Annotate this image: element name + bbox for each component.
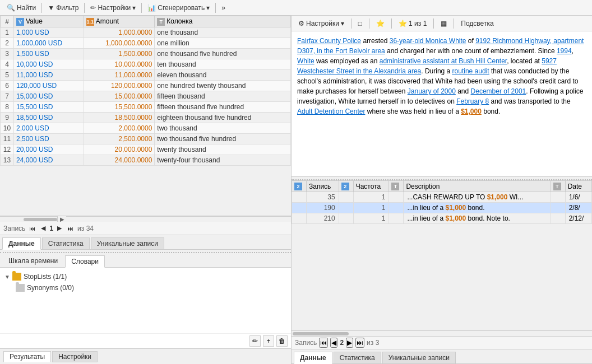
res-col-header-t1[interactable]: T [389, 181, 404, 192]
value-col-icon: V [16, 18, 24, 26]
table-row[interactable]: 2 1,000,000 USD 1,000,000.0000 one milli… [1, 38, 291, 49]
age-link[interactable]: 36-year-old Monica White [390, 37, 466, 45]
cell-kolonka: one hundred twenty thousand [155, 81, 291, 91]
cell-amount: 1,000.0000 [84, 27, 155, 38]
admin-link[interactable]: administrative assistant at Bush Hill Ce… [380, 57, 507, 65]
adc-link[interactable]: Adult Detention Center [297, 108, 365, 115]
prev-page-btn[interactable]: ◀ [39, 224, 47, 232]
right-table-btn[interactable]: ▦ [437, 18, 450, 29]
table-scrollbar-h[interactable]: ▶ [0, 216, 291, 222]
cell-value: 1,000,000 USD [14, 38, 84, 49]
cell-value: 2,000 USD [14, 123, 84, 134]
more-button[interactable]: » [218, 3, 229, 13]
right-counter-btn[interactable]: ⭐ 1 из 1 [395, 18, 430, 29]
table-row[interactable]: 8 15,500 USD 15,500.0000 fifteen thousan… [1, 102, 291, 113]
edit-icon-btn[interactable]: ✏ [249, 335, 261, 347]
res-cell-chast: 1 [353, 213, 389, 224]
fairfax-link[interactable]: Fairfax County Police [297, 37, 361, 45]
bottom-right-pag: Запись ⏮ ◀ 2 ▶ ⏭ из 3 [292, 336, 592, 349]
table-row[interactable]: 1 1,000 USD 1,000.0000 one thousand [1, 27, 291, 38]
year-link[interactable]: 1994 [557, 47, 572, 55]
add-icon-btn[interactable]: + [263, 335, 274, 347]
res-prev-page-btn[interactable]: ◀ [330, 338, 337, 348]
res-cell-desc: ...in lieu of a $1,000 bond. [404, 203, 551, 213]
kolonka-col-icon: T [157, 18, 165, 26]
tab-slovari[interactable]: Словари [65, 255, 105, 268]
res-col-t1-icon: T [391, 183, 399, 190]
synonyms-item[interactable]: Synonyms (0/0) [15, 282, 288, 293]
feb-link[interactable]: February 8 [456, 97, 489, 105]
first-page-btn[interactable]: ⏮ [27, 225, 37, 232]
col-header-num[interactable]: # [1, 16, 14, 27]
results-row[interactable]: 190 1 ...in lieu of a $1,000 bond. 2/8/ [292, 203, 592, 213]
table-row[interactable]: 6 120,000 USD 120,000.0000 one hundred t… [1, 81, 291, 91]
cell-value: 18,500 USD [14, 113, 84, 123]
res-cell-chast: 1 [353, 192, 389, 203]
cell-value: 15,500 USD [14, 102, 84, 113]
table-row[interactable]: 13 24,000 USD 24,000.0000 twenty-four th… [1, 155, 291, 166]
res-col-header-zapic[interactable]: Запись [307, 181, 339, 192]
results-row[interactable]: 210 1 ...in lieu of a $1,000 bond. Note … [292, 213, 592, 224]
res-tab-stats[interactable]: Статистика [334, 352, 381, 363]
settings-button[interactable]: ✏ Настройки ▾ [87, 3, 139, 13]
bottom-tab-results[interactable]: Результаты [3, 351, 51, 362]
res-col-header-2[interactable]: 2 [292, 181, 307, 192]
table-row[interactable]: 11 2,500 USD 2,500.0000 two thousand fiv… [1, 134, 291, 144]
last-page-btn[interactable]: ⏭ [66, 225, 75, 232]
res-col-header-chast[interactable]: Частота [353, 181, 389, 192]
next-page-btn[interactable]: ▶ [55, 224, 63, 232]
table-row[interactable]: 9 18,500 USD 18,500.0000 eighteen thousa… [1, 113, 291, 123]
tab-unique[interactable]: Уникальные записи [91, 237, 164, 249]
right-star-btn[interactable]: ⭐ [373, 18, 388, 29]
delete-icon-btn[interactable]: 🗑 [276, 335, 288, 347]
res-col-header-desc[interactable]: Description [404, 181, 551, 192]
table-row[interactable]: 12 20,000 USD 20,000.0000 twenty thousan… [1, 144, 291, 155]
res-col-header-t1b[interactable]: T [551, 181, 565, 192]
col-header-value[interactable]: VValue [14, 16, 84, 27]
res-first-page-btn[interactable]: ⏮ [319, 338, 328, 348]
table-row[interactable]: 10 2,000 USD 2,000.0000 two thousand [1, 123, 291, 134]
cell-amount: 1,000,000.0000 [84, 38, 155, 49]
tab-timeline[interactable]: Шкала времени [2, 255, 64, 267]
res-col-header-2b[interactable]: 2 [339, 181, 353, 192]
expand-arrow: ▼ [4, 274, 10, 280]
results-row[interactable]: 35 1 ...CASH REWARD UP TO $1,000 WI... 1… [292, 192, 592, 203]
res-col-header-date[interactable]: Date [565, 181, 591, 192]
audit-link[interactable]: routine audit [452, 67, 489, 75]
filter-button[interactable]: ▼ Фильтр [44, 3, 82, 13]
white-link[interactable]: White [297, 57, 314, 65]
col-header-kolonka[interactable]: TКолонка [155, 16, 291, 27]
tab-stats[interactable]: Статистика [42, 237, 90, 249]
cell-amount: 2,000.0000 [84, 123, 155, 134]
right-highlight-btn[interactable]: Подсветка [457, 18, 497, 29]
stoplists-item[interactable]: ▼ StopLists (1/1) [3, 271, 288, 282]
right-settings-btn[interactable]: ⚙ Настройки ▾ [295, 18, 348, 29]
cell-num: 8 [1, 102, 14, 113]
res-cell-empty4 [551, 192, 565, 203]
tab-data[interactable]: Данные [2, 237, 41, 250]
table-row[interactable]: 3 1,500 USD 1,500.0000 one thousand five… [1, 49, 291, 59]
generate-label: Сгенерировать [158, 4, 205, 12]
right-settings-arrow: ▾ [341, 20, 344, 27]
cell-amount: 18,500.0000 [84, 113, 155, 123]
generate-button[interactable]: 📊 Сгенерировать ▾ [144, 3, 213, 13]
res-tab-data[interactable]: Данные [294, 352, 332, 364]
cell-num: 13 [1, 155, 14, 166]
table-row[interactable]: 7 15,000 USD 15,000.0000 fifteen thousan… [1, 91, 291, 102]
results-table-container: 2 Запись 2 Частота T Description [292, 180, 592, 330]
res-tab-unique[interactable]: Уникальные записи [382, 352, 456, 363]
results-scrollbar-h[interactable] [292, 330, 592, 336]
dec-link[interactable]: December of 2001 [471, 87, 526, 95]
bottom-tab-settings[interactable]: Настройки [52, 351, 98, 362]
table-row[interactable]: 5 11,000 USD 11,000.0000 eleven thousand [1, 70, 291, 81]
text-area: Fairfax County Police arrested 36-year-o… [292, 31, 592, 177]
jan-link[interactable]: January of 2000 [408, 87, 456, 95]
cell-value: 1,500 USD [14, 49, 84, 59]
res-cell-date: 2/12/ [565, 213, 591, 224]
find-button[interactable]: 🔍 Найти [3, 3, 39, 13]
right-view-btn[interactable]: □ [355, 18, 366, 29]
res-last-page-btn[interactable]: ⏭ [355, 338, 364, 348]
res-next-page-btn[interactable]: ▶ [346, 338, 353, 348]
col-header-amount[interactable]: 1.1Amount [84, 16, 155, 27]
table-row[interactable]: 4 10,000 USD 10,000.0000 ten thousand [1, 59, 291, 70]
